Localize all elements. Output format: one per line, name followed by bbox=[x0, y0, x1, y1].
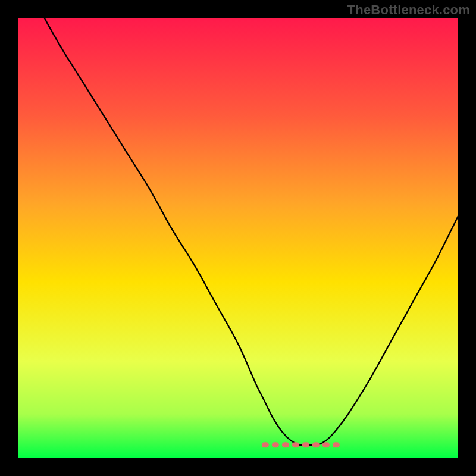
watermark-text: TheBottleneck.com bbox=[347, 2, 470, 18]
bottleneck-chart bbox=[18, 18, 458, 458]
chart-frame: TheBottleneck.com bbox=[0, 0, 476, 476]
